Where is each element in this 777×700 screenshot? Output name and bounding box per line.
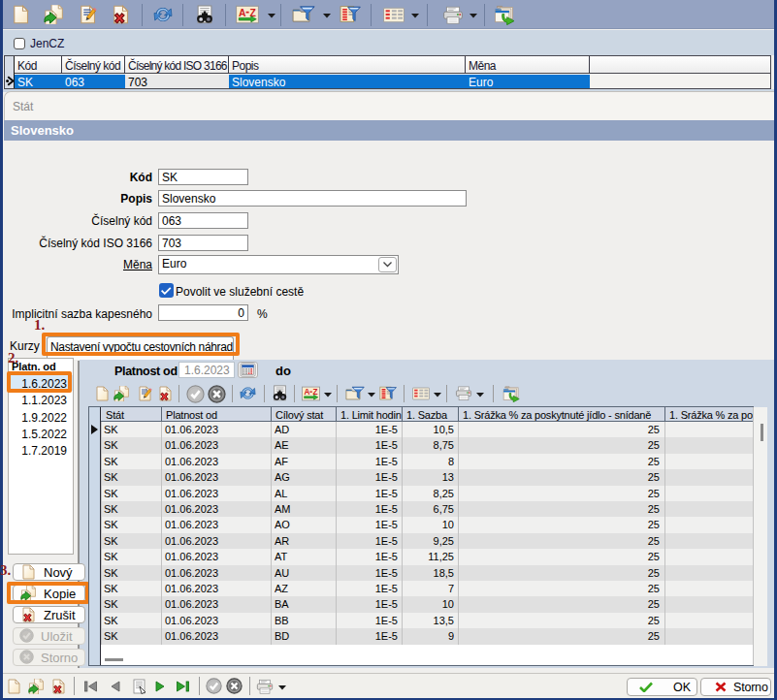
svg-text:A: A (304, 388, 309, 397)
svg-text:A: A (239, 8, 246, 18)
